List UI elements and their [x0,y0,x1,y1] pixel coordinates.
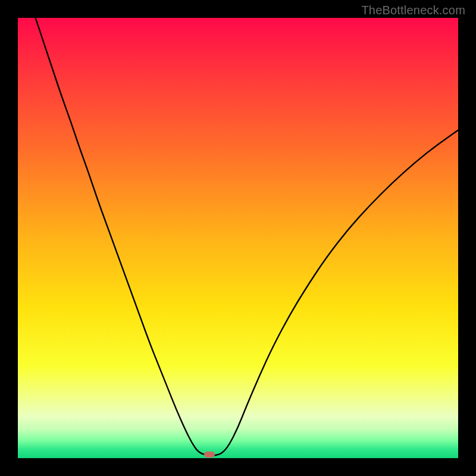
plot-area [18,18,458,458]
chart-frame: TheBottleneck.com [0,0,476,476]
optimal-marker [204,452,215,458]
watermark-text: TheBottleneck.com [361,4,465,17]
bottleneck-curve [18,18,458,458]
